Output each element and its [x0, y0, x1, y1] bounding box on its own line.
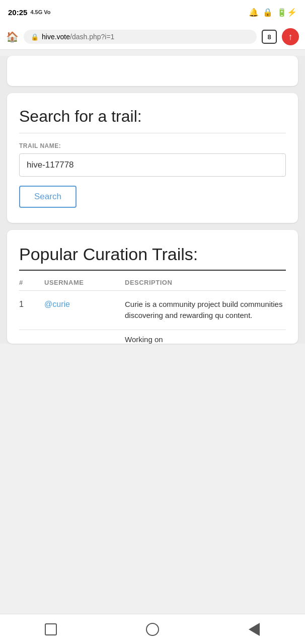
trail-name-input[interactable] — [19, 153, 286, 177]
url-display: hive.vote/dash.php?i=1 — [42, 33, 114, 41]
col-header-num: # — [19, 279, 44, 286]
square-icon — [45, 623, 57, 635]
bell-icon: 🔔 — [249, 8, 259, 17]
upload-button[interactable]: ↑ — [282, 28, 299, 45]
signal-type: 4.5G — [30, 9, 42, 15]
lock-status-icon: 🔒 — [263, 8, 273, 17]
circle-icon — [146, 623, 159, 636]
table-row: 1 @curie Curie is a community project bu… — [19, 291, 286, 330]
search-button[interactable]: Search — [19, 186, 77, 208]
nav-home-button[interactable] — [141, 618, 164, 640]
time-display: 20:25 — [8, 8, 27, 17]
partial-row-text: Working on — [125, 335, 163, 344]
home-button[interactable]: 🏠 — [6, 31, 19, 43]
col-header-username: USERNAME — [44, 279, 125, 286]
row-username-curie[interactable]: @curie — [44, 299, 125, 309]
status-time-area: 20:25 4.5G Vo — [8, 8, 51, 17]
tab-count-button[interactable]: 8 — [262, 30, 277, 44]
search-divider — [19, 133, 286, 133]
top-card-partial — [7, 56, 298, 86]
triangle-back-icon — [249, 623, 260, 636]
col-header-description: DESCRIPTION — [125, 279, 286, 286]
popular-card-title: Popular Curation Trails: — [19, 244, 286, 265]
partial-next-row: Working on — [19, 330, 286, 344]
battery-icon: 🔋⚡ — [277, 8, 297, 17]
row-number: 1 — [19, 299, 44, 309]
url-host: hive.vote — [42, 33, 70, 41]
table-header: # USERNAME DESCRIPTION — [19, 279, 286, 291]
browser-bar: 🏠 🔒 hive.vote/dash.php?i=1 8 ↑ — [0, 24, 305, 50]
carrier-name: Vo — [44, 9, 50, 15]
nav-back-button[interactable] — [243, 618, 265, 640]
row-description-curie: Curie is a community project build commu… — [125, 299, 286, 321]
url-path: /dash.php?i=1 — [70, 33, 114, 41]
popular-curation-card: Popular Curation Trails: # USERNAME DESC… — [7, 230, 298, 344]
search-card-title: Search for a trail: — [19, 107, 286, 126]
status-bar: 20:25 4.5G Vo 🔔 🔒 🔋⚡ — [0, 0, 305, 24]
signal-info: 4.5G Vo — [30, 9, 50, 15]
main-content: Search for a trail: TRAIL NAME: Search P… — [0, 56, 305, 344]
popular-divider — [19, 270, 286, 271]
url-bar[interactable]: 🔒 hive.vote/dash.php?i=1 — [24, 30, 257, 44]
url-lock-icon: 🔒 — [31, 33, 39, 41]
bottom-nav-bar — [0, 614, 305, 644]
status-right-icons: 🔔 🔒 🔋⚡ — [249, 8, 297, 17]
nav-square-button[interactable] — [40, 618, 62, 640]
upload-arrow-icon: ↑ — [288, 32, 293, 41]
search-card: Search for a trail: TRAIL NAME: Search — [7, 93, 298, 223]
trail-name-label: TRAIL NAME: — [19, 142, 286, 149]
